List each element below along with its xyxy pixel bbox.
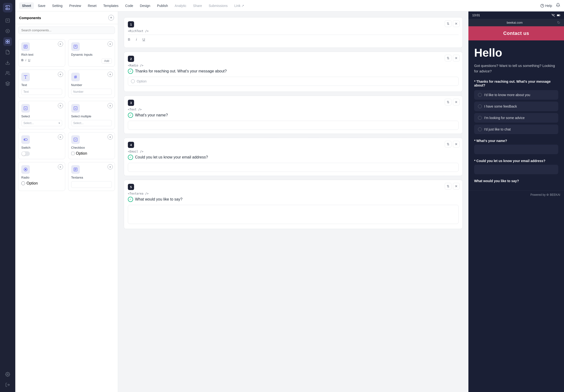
card-add-select[interactable]: + (58, 103, 63, 108)
tab-link[interactable]: Link ↗ (232, 2, 247, 9)
card-add-dynamic-inputs[interactable]: + (108, 41, 113, 47)
preview-option-4[interactable]: I'd just like to chat (474, 125, 558, 134)
component-switch[interactable]: + Switch (18, 132, 65, 159)
card-add-switch[interactable]: + (58, 134, 63, 140)
component-dynamic-inputs[interactable]: + Dynamic Inputs Add (68, 39, 115, 67)
refresh-icon[interactable]: ↻ (557, 20, 560, 25)
nav-download-icon[interactable] (3, 58, 12, 67)
panel-add-button[interactable]: + (108, 15, 114, 21)
preview-email-input[interactable] (474, 165, 558, 174)
component-rich-text[interactable]: + Rich text B i U (18, 39, 65, 67)
svg-rect-9 (8, 42, 10, 43)
nav-layers-icon[interactable] (3, 79, 12, 88)
nav-users-icon[interactable] (3, 69, 12, 77)
preview-question2-label: * What's your name? (474, 139, 558, 143)
preview-option-1[interactable]: I'd like to know more about you (474, 90, 558, 100)
tab-design[interactable]: Design (137, 2, 153, 9)
beekai-brand: ⚙ BEEKAI (546, 193, 560, 196)
block-4-question: ✓ Could you let us know your email addre… (128, 155, 459, 160)
preview-body: Hello Got questions? Want to tell us som… (468, 40, 564, 191)
component-radio[interactable]: + Radio Option (18, 162, 65, 191)
preview-hello-heading: Hello (474, 46, 558, 59)
card-add-rich-text[interactable]: + (58, 41, 63, 47)
block-2-option-1[interactable]: Option (128, 77, 459, 86)
card-label-text: Text (21, 83, 62, 87)
tab-analytic[interactable]: Analytic (172, 2, 189, 9)
card-preview-dynamic-inputs: Add (71, 58, 112, 64)
block-1-move-btn[interactable]: ⇅ (445, 20, 452, 27)
tab-publish[interactable]: Publish (154, 2, 171, 9)
app-logo[interactable] (3, 3, 13, 13)
svg-point-11 (6, 71, 8, 73)
rt-bold-btn[interactable]: B (128, 37, 130, 41)
checkbox-box (71, 152, 75, 155)
block-2-move-btn[interactable]: ⇅ (445, 55, 452, 61)
card-add-text[interactable]: + (58, 72, 63, 77)
card-add-select-multiple[interactable]: + (108, 103, 113, 108)
block-4-email: 4 ⇅ ✕ <Email /> ✓ Could you let us know … (124, 138, 463, 176)
svg-rect-8 (6, 42, 8, 43)
preview-panel: 13:01 beekai.com ↻ Contact us Hello Got … (468, 12, 564, 392)
rt-italic-btn[interactable]: i (136, 37, 137, 41)
dynamic-add-btn[interactable]: Add (102, 58, 112, 64)
component-text[interactable]: + Text Text (18, 70, 65, 98)
tab-submissions[interactable]: Submissions (206, 2, 230, 9)
block-number-5: 5 (128, 184, 134, 190)
component-select[interactable]: + Select Select... ▾ (18, 101, 65, 129)
powered-by-bar: Powered by ⚙ BEEKAI (468, 191, 564, 199)
preview-name-input[interactable] (474, 145, 558, 154)
block-number-2: 2 (128, 56, 134, 62)
card-label-checkbox: Checkbox (71, 146, 112, 149)
tab-reset[interactable]: Reset (85, 2, 99, 9)
block-5-move-btn[interactable]: ⇅ (445, 183, 452, 190)
tab-sheet[interactable]: Sheet (19, 2, 34, 9)
card-add-textarea[interactable]: + (108, 164, 113, 169)
tab-save[interactable]: Save (35, 2, 48, 9)
block-3-close-btn[interactable]: ✕ (453, 99, 460, 105)
notification-bell-icon[interactable] (556, 3, 560, 8)
card-icon-number (71, 73, 80, 81)
block-number-3: 3 (128, 100, 134, 106)
nav-forms-icon[interactable] (3, 48, 12, 56)
tab-preview[interactable]: Preview (67, 2, 84, 9)
block-3-move-btn[interactable]: ⇅ (445, 99, 452, 105)
preview-time: 13:01 (472, 13, 480, 17)
nav-components-icon[interactable] (3, 37, 12, 46)
tab-share[interactable]: Share (190, 2, 205, 9)
card-add-checkbox[interactable]: + (108, 134, 113, 140)
component-select-multiple[interactable]: + Select multiple Select... (68, 101, 115, 129)
preview-radio-circle-4 (478, 127, 482, 131)
preview-option-3[interactable]: I'm looking for some advice (474, 113, 558, 123)
block-4-move-btn[interactable]: ⇅ (445, 141, 452, 147)
block-3-input[interactable] (128, 121, 459, 130)
block-4-input[interactable] (128, 163, 459, 172)
help-button[interactable]: Help (540, 4, 552, 8)
tab-code[interactable]: Code (122, 2, 136, 9)
rt-underline-btn[interactable]: U (142, 37, 145, 41)
preview-question3-label: * Could you let us know your email addre… (474, 159, 558, 163)
card-add-number[interactable]: + (108, 72, 113, 77)
block-2-radio: 2 ⇅ ✕ <Radio /> ✓ Thanks for reaching ou… (124, 52, 463, 92)
tab-setting[interactable]: Setting (49, 2, 66, 9)
block-5-close-btn[interactable]: ✕ (453, 183, 460, 190)
preview-subtitle: Got questions? Want to tell us something… (474, 63, 558, 74)
card-add-radio[interactable]: + (58, 164, 63, 169)
nav-settings-icon[interactable] (3, 370, 12, 379)
component-checkbox[interactable]: + Checkbox Option (68, 132, 115, 159)
nav-add-icon[interactable] (3, 27, 12, 35)
tab-templates[interactable]: Templates (100, 2, 121, 9)
nav-logout-icon[interactable] (3, 380, 12, 389)
svg-point-36 (25, 169, 26, 170)
svg-line-29 (76, 75, 76, 79)
switch-toggle[interactable] (21, 151, 30, 156)
block-4-close-btn[interactable]: ✕ (453, 141, 460, 147)
preview-option-2[interactable]: I have some feedback (474, 102, 558, 111)
block-1-close-btn[interactable]: ✕ (453, 20, 460, 27)
block-5-textarea-input[interactable] (128, 205, 459, 224)
block-2-close-btn[interactable]: ✕ (453, 55, 460, 61)
search-input[interactable] (18, 27, 115, 34)
nav-document-icon[interactable] (3, 16, 12, 25)
component-number[interactable]: + Number Number (68, 70, 115, 98)
preview-underline: U (28, 58, 30, 62)
component-textarea[interactable]: + Textarea (68, 162, 115, 191)
